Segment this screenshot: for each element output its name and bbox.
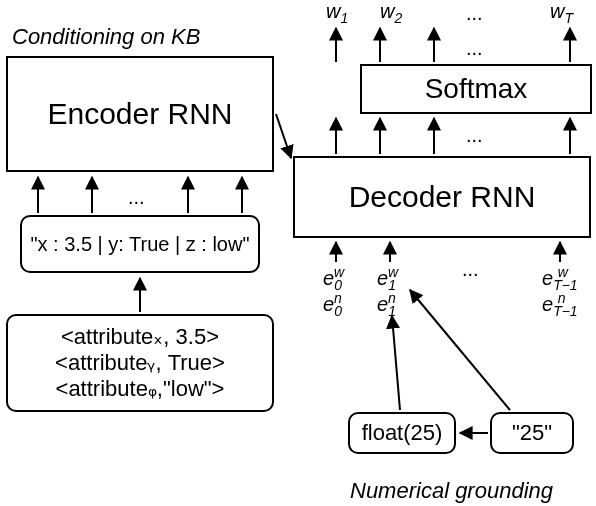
- kb-serial-text: "x : 3.5 | y: True | z : low": [30, 232, 249, 257]
- eTn: eT−1n: [542, 290, 585, 319]
- svg-line-18: [392, 316, 400, 410]
- softmax-in-ellipsis: ...: [466, 124, 483, 147]
- kb-tuple-2: <attributeᵧ, True>: [55, 350, 225, 376]
- kb-tuple-3: <attributeᵩ,"low">: [56, 376, 225, 402]
- decoder-box: Decoder RNN: [293, 156, 591, 238]
- eTw: eT−1w: [542, 264, 588, 293]
- output-wT: wT: [550, 0, 573, 26]
- grounding-label: Numerical grounding: [350, 478, 553, 504]
- str25-box: "25": [490, 412, 574, 454]
- svg-line-19: [410, 290, 510, 410]
- svg-line-5: [276, 114, 291, 158]
- kb-serial-box: "x : 3.5 | y: True | z : low": [20, 215, 260, 273]
- kb-tuples-box: <attributeₓ, 3.5> <attributeᵧ, True> <at…: [6, 314, 274, 412]
- conditioning-label: Conditioning on KB: [12, 24, 200, 50]
- e1w: e1w: [377, 264, 406, 293]
- encoder-box: Encoder RNN: [6, 56, 274, 172]
- output-w1: w1: [326, 0, 348, 26]
- e0n: e0n: [323, 290, 350, 319]
- str25-text: "25": [512, 420, 552, 446]
- encoder-text: Encoder RNN: [47, 97, 232, 131]
- decoder-in-ellipsis: ...: [462, 258, 479, 281]
- decoder-text: Decoder RNN: [349, 180, 536, 214]
- kb-tuple-1: <attributeₓ, 3.5>: [61, 324, 219, 350]
- softmax-box: Softmax: [360, 64, 592, 114]
- float25-text: float(25): [362, 420, 443, 446]
- softmax-out-ellipsis: ...: [466, 37, 483, 60]
- output-w2: w2: [380, 0, 402, 26]
- encoder-in-ellipsis: ...: [128, 186, 145, 209]
- softmax-text: Softmax: [425, 73, 528, 105]
- e1n: e1n: [377, 290, 404, 319]
- output-ellipsis: ...: [466, 2, 483, 25]
- float25-box: float(25): [348, 412, 456, 454]
- e0w: e0w: [323, 264, 352, 293]
